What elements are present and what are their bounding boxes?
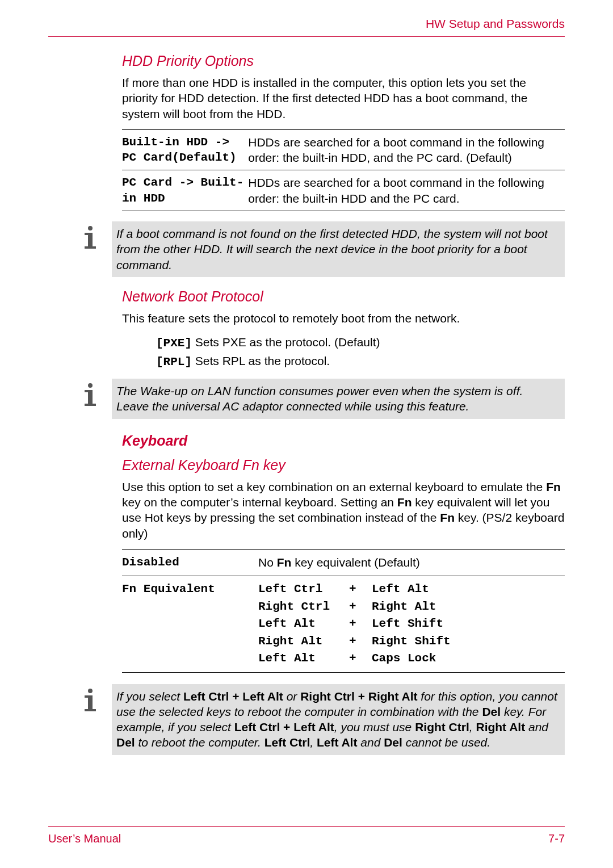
t: or bbox=[283, 690, 300, 703]
t: cannot be used. bbox=[402, 736, 490, 749]
t: , you must use bbox=[334, 720, 415, 733]
info-note-3-text: If you select Left Ctrl + Left Alt or Ri… bbox=[112, 684, 565, 755]
plus: + bbox=[349, 615, 372, 632]
ext-kbd-heading: External Keyboard Fn key bbox=[122, 457, 565, 473]
fn-bold: Fn bbox=[546, 480, 561, 493]
b: Right Ctrl + Right Alt bbox=[300, 690, 417, 703]
svg-point-0 bbox=[88, 226, 93, 230]
list-item: [PXE] Sets PXE as the protocol. (Default… bbox=[156, 334, 565, 352]
info-icon bbox=[77, 221, 108, 253]
plus: + bbox=[349, 581, 372, 598]
t: key on the computer’s internal keyboard.… bbox=[122, 496, 397, 509]
hdd-table: Built-in HDD -> PC Card(Default) HDDs ar… bbox=[122, 129, 565, 211]
page-header: HW Setup and Passwords bbox=[48, 17, 565, 36]
hdd-heading: HDD Priority Options bbox=[122, 53, 565, 69]
fnequiv-key: Fn Equivalent bbox=[122, 576, 258, 672]
fn-bold: Fn bbox=[277, 556, 292, 569]
pxe-desc: Sets PXE as the protocol. (Default) bbox=[192, 336, 380, 349]
b: Del bbox=[116, 736, 135, 749]
t: key equivalent (Default) bbox=[291, 556, 419, 569]
fn-table: Disabled No Fn key equivalent (Default) … bbox=[122, 549, 565, 673]
combo-right: Caps Lock bbox=[372, 650, 565, 667]
plus: + bbox=[349, 598, 372, 615]
t: No bbox=[258, 556, 277, 569]
t: to reboot the computer. bbox=[135, 736, 264, 749]
info-note-2-text: The Wake-up on LAN function consumes pow… bbox=[112, 379, 565, 419]
list-item: [RPL] Sets RPL as the protocol. bbox=[156, 353, 565, 371]
rpl-key: [RPL] bbox=[156, 355, 192, 368]
combo: Right Ctrl+Right Alt bbox=[258, 598, 565, 615]
keyboard-section-heading: Keyboard bbox=[122, 433, 565, 449]
table-row: Disabled No Fn key equivalent (Default) bbox=[122, 549, 565, 576]
combo-left: Right Alt bbox=[258, 633, 349, 650]
net-intro: This feature sets the protocol to remote… bbox=[122, 311, 565, 326]
b: Left Alt bbox=[317, 736, 358, 749]
combo-right: Right Alt bbox=[372, 598, 565, 615]
combo-right: Left Alt bbox=[372, 581, 565, 598]
b: Left Ctrl bbox=[264, 736, 310, 749]
hdd-key-1: Built-in HDD -> PC Card(Default) bbox=[122, 129, 248, 170]
hdd-desc-1: HDDs are searched for a boot command in … bbox=[248, 129, 565, 170]
info-icon bbox=[77, 684, 108, 716]
t: and bbox=[525, 720, 548, 733]
ext-kbd-para: Use this option to set a key combination… bbox=[122, 479, 565, 541]
info-note-1: If a boot command is not found on the fi… bbox=[77, 221, 565, 277]
svg-point-2 bbox=[88, 689, 93, 693]
combo-left: Left Alt bbox=[258, 615, 349, 632]
b: Left Ctrl + Left Alt bbox=[234, 720, 334, 733]
b: Left Ctrl + Left Alt bbox=[183, 690, 283, 703]
footer-right: 7-7 bbox=[548, 832, 565, 845]
info-icon bbox=[77, 379, 108, 410]
b: Del bbox=[482, 705, 501, 718]
header-rule bbox=[48, 36, 565, 37]
net-heading: Network Boot Protocol bbox=[122, 288, 565, 305]
table-row: Built-in HDD -> PC Card(Default) HDDs ar… bbox=[122, 129, 565, 170]
plus: + bbox=[349, 650, 372, 667]
plus: + bbox=[349, 633, 372, 650]
fn-bold: Fn bbox=[440, 511, 455, 524]
fnequiv-combos: Left Ctrl+Left Alt Right Ctrl+Right Alt … bbox=[258, 576, 565, 672]
combo: Left Ctrl+Left Alt bbox=[258, 581, 565, 598]
disabled-desc: No Fn key equivalent (Default) bbox=[258, 549, 565, 576]
content-block-hdd: HDD Priority Options If more than one HD… bbox=[122, 53, 565, 211]
table-row: Fn Equivalent Left Ctrl+Left Alt Right C… bbox=[122, 576, 565, 672]
t: , bbox=[469, 720, 476, 733]
combo: Right Alt+Right Shift bbox=[258, 633, 565, 650]
combo-left: Left Alt bbox=[258, 650, 349, 667]
page-footer: User’s Manual 7-7 bbox=[48, 826, 565, 845]
page: HW Setup and Passwords HDD Priority Opti… bbox=[0, 0, 613, 868]
rpl-desc: Sets RPL as the protocol. bbox=[192, 354, 330, 367]
hdd-key-2: PC Card -> Built- in HDD bbox=[122, 170, 248, 211]
content-block-net: Network Boot Protocol This feature sets … bbox=[122, 288, 565, 371]
content-block-kbd: Keyboard External Keyboard Fn key Use th… bbox=[122, 433, 565, 673]
combo-left: Left Ctrl bbox=[258, 581, 349, 598]
b: Right Alt bbox=[476, 720, 525, 733]
combo-left: Right Ctrl bbox=[258, 598, 349, 615]
combo-right: Left Shift bbox=[372, 615, 565, 632]
protocol-list: [PXE] Sets PXE as the protocol. (Default… bbox=[156, 334, 565, 371]
hdd-intro: If more than one HDD is installed in the… bbox=[122, 75, 565, 121]
info-note-3: If you select Left Ctrl + Left Alt or Ri… bbox=[77, 684, 565, 755]
hdd-desc-2: HDDs are searched for a boot command in … bbox=[248, 170, 565, 211]
t: If you select bbox=[116, 690, 183, 703]
table-row: PC Card -> Built- in HDD HDDs are search… bbox=[122, 170, 565, 211]
footer-left: User’s Manual bbox=[48, 832, 121, 845]
disabled-key: Disabled bbox=[122, 549, 258, 576]
t: , bbox=[310, 736, 317, 749]
t: and bbox=[357, 736, 384, 749]
info-note-2: The Wake-up on LAN function consumes pow… bbox=[77, 379, 565, 419]
combo: Left Alt+Caps Lock bbox=[258, 650, 565, 667]
b: Right Ctrl bbox=[415, 720, 469, 733]
combo-right: Right Shift bbox=[372, 633, 565, 650]
t: Use this option to set a key combination… bbox=[122, 480, 546, 493]
svg-point-1 bbox=[88, 383, 93, 388]
info-note-1-text: If a boot command is not found on the fi… bbox=[112, 221, 565, 277]
fn-bold: Fn bbox=[397, 496, 412, 509]
combo: Left Alt+Left Shift bbox=[258, 615, 565, 632]
pxe-key: [PXE] bbox=[156, 337, 192, 350]
b: Del bbox=[384, 736, 402, 749]
